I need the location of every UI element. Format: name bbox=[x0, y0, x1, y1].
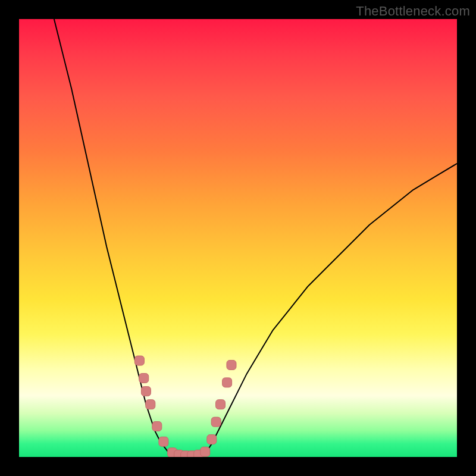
watermark-text: TheBottleneck.com bbox=[356, 4, 470, 19]
data-marker bbox=[139, 374, 149, 383]
plot-area bbox=[19, 19, 457, 457]
data-marker bbox=[159, 437, 168, 446]
data-marker bbox=[152, 421, 162, 431]
chart-frame: TheBottleneck.com bbox=[0, 0, 476, 476]
data-marker bbox=[134, 356, 144, 365]
data-marker bbox=[207, 435, 217, 444]
data-marker bbox=[201, 447, 210, 456]
data-marker bbox=[141, 387, 151, 396]
data-marker bbox=[216, 400, 226, 409]
data-marker bbox=[223, 378, 232, 387]
data-marker bbox=[146, 400, 155, 409]
bottleneck-curve bbox=[54, 19, 457, 456]
data-marker bbox=[227, 360, 236, 369]
data-marker bbox=[211, 417, 221, 427]
chart-svg bbox=[19, 19, 457, 457]
marker-group bbox=[134, 356, 236, 457]
